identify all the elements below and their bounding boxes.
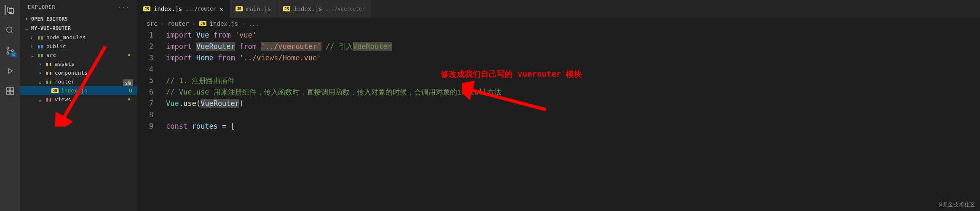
breadcrumb[interactable]: src › router › JS index.js › ... [137, 18, 980, 30]
folder-icon: ▮▮ [46, 78, 52, 85]
chevron-right-icon: › [29, 35, 35, 41]
folder-icon: ▮▮ [37, 43, 44, 49]
activity-bar: 8 [0, 0, 20, 211]
tree-item-views[interactable]: ⌄ ▮▮ views • [20, 95, 137, 104]
tree-item-assets[interactable]: › ▮▮ assets [20, 60, 137, 68]
chevron-right-icon: › [37, 61, 43, 67]
tree-item-public[interactable]: › ▮▮ public [20, 42, 137, 51]
chevron-down-icon: ⌄ [37, 97, 43, 103]
chevron-down-icon: ⌄ [29, 52, 35, 58]
chevron-right-icon: › [29, 43, 35, 49]
chevron-right-icon: › [37, 70, 43, 76]
chevron-down-icon: ⌄ [37, 79, 43, 85]
svg-point-6 [11, 50, 13, 52]
tree-item-components[interactable]: › ▮▮ components [20, 68, 137, 77]
chevron-right-icon: › [192, 20, 195, 27]
chevron-right-icon: › [24, 16, 29, 22]
folder-icon: ▮▮ [37, 52, 44, 58]
sidebar-title: EXPLORER [28, 4, 56, 10]
code-editor[interactable]: 1 2 3 4 5 6 7 8 9 import Vue from 'vue' … [137, 30, 980, 211]
project-section[interactable]: ⌄ MY-VUE-ROUTER [20, 24, 137, 33]
svg-line-3 [11, 32, 13, 34]
sidebar-header: EXPLORER ··· [20, 0, 137, 14]
js-file-icon: JS [283, 6, 290, 11]
source-control-icon[interactable]: 8 [5, 46, 15, 56]
git-modified-dot: • [127, 95, 131, 104]
git-modified-dot: • [127, 51, 131, 60]
tab-index-router[interactable]: JS index.js .../router × [137, 0, 230, 18]
tabs-bar: JS index.js .../router × JS main.js JS i… [137, 0, 980, 18]
explorer-icon[interactable] [5, 5, 15, 15]
js-file-icon: JS [236, 6, 243, 11]
svg-rect-0 [8, 7, 12, 13]
svg-rect-8 [7, 88, 10, 91]
tree-item-src[interactable]: ⌄ ▮▮ src • [20, 51, 137, 60]
svg-rect-9 [11, 88, 13, 91]
folder-icon: ▮▮ [46, 61, 52, 67]
code-content[interactable]: import Vue from 'vue' import VueRouter f… [161, 30, 980, 211]
js-file-icon: JS [51, 88, 59, 93]
line-numbers: 1 2 3 4 5 6 7 8 9 [137, 30, 161, 211]
folder-icon: ▮▮ [37, 34, 44, 41]
editor-area: JS index.js .../router × JS main.js JS i… [137, 0, 980, 211]
folder-icon: ▮▮ [46, 96, 52, 103]
close-icon[interactable]: × [220, 5, 224, 13]
svg-point-5 [7, 52, 9, 54]
svg-point-2 [7, 27, 12, 32]
svg-rect-11 [11, 92, 13, 95]
sidebar: EXPLORER ··· › OPEN EDITORS ⌄ MY-VUE-ROU… [20, 0, 137, 211]
tree-item-router[interactable]: ⌄ ▮▮ router • [20, 77, 137, 86]
svg-rect-10 [7, 92, 10, 95]
git-modified-dot: • [127, 77, 131, 86]
chevron-right-icon: › [161, 20, 164, 27]
chevron-right-icon: › [241, 20, 245, 27]
svg-point-4 [7, 47, 9, 49]
extensions-icon[interactable] [5, 86, 15, 96]
svg-rect-1 [9, 8, 13, 14]
chevron-down-icon: ⌄ [24, 25, 29, 31]
folder-icon: ▮▮ [46, 70, 52, 76]
js-file-icon: JS [199, 21, 206, 26]
annotation-text: 修改成我们自己写的 vuerouter 模块 [441, 68, 582, 80]
more-icon[interactable]: ··· [118, 4, 130, 10]
git-untracked: U [129, 87, 132, 94]
svg-marker-7 [8, 69, 12, 73]
scm-badge: 8 [10, 52, 17, 57]
open-editors-section[interactable]: › OPEN EDITORS [20, 14, 137, 24]
tree-item-index-js[interactable]: JS index.js U [20, 86, 137, 95]
debug-icon[interactable] [5, 66, 15, 76]
search-icon[interactable] [5, 25, 15, 35]
js-file-icon: JS [143, 6, 150, 11]
watermark: @掘金技术社区 [939, 201, 975, 208]
tab-main-js[interactable]: JS main.js [230, 0, 277, 18]
tab-index-vuerouter[interactable]: JS index.js .../vuerouter [277, 0, 371, 18]
tree-item-node-modules[interactable]: › ▮▮ node_modules [20, 33, 137, 42]
